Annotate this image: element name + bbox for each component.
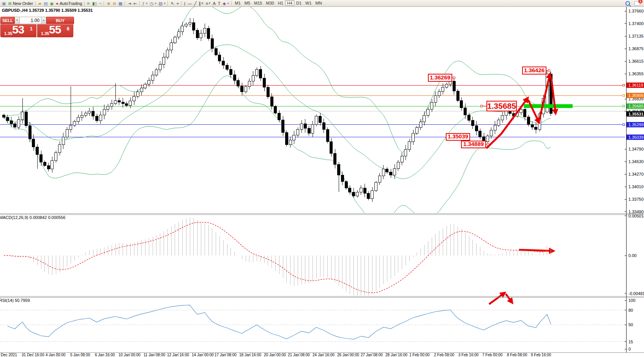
candle <box>274 106 277 113</box>
horizontal-line-button[interactable]: — <box>186 0 193 6</box>
buy-price-display[interactable]: 1.35 55 6 <box>37 24 73 37</box>
bollinger-upper <box>4 4 551 152</box>
line-chart-button[interactable]: ~ <box>98 0 103 6</box>
equidistant-channel-sub-label: E <box>202 2 204 5</box>
chart-shift-button[interactable]: ⇤ <box>133 0 138 6</box>
vertical-line-button[interactable]: | <box>183 0 186 6</box>
timeframe-m1-button[interactable]: M1 <box>233 1 243 5</box>
label-anchor-handle[interactable] <box>548 70 550 71</box>
candle <box>338 164 340 175</box>
candle <box>282 120 284 132</box>
equidistant-channel-button[interactable]: ∥E <box>198 0 205 6</box>
candle <box>297 129 299 135</box>
timeframe-h1-button[interactable]: H1 <box>276 1 285 5</box>
time-axis-label: 20 Jan 00:00 <box>264 353 286 357</box>
candlestick-chart-button[interactable]: ▮▯ <box>91 0 98 6</box>
signals-button[interactable]: ◉ <box>49 0 55 6</box>
bars-chart-button[interactable]: ≡ <box>86 0 91 6</box>
zoom-in-button[interactable]: ⊕ <box>106 0 111 6</box>
candle <box>107 106 109 109</box>
search-icon[interactable] <box>625 1 630 6</box>
candle <box>508 111 511 113</box>
new-order-button[interactable]: ⊞New Order <box>7 0 34 6</box>
chart-window-button[interactable]: ▣ <box>1 0 7 6</box>
fibonacci-sub-label: F <box>209 2 210 5</box>
zoom-in-icon: ⊕ <box>107 1 110 6</box>
label-anchor-handle[interactable] <box>453 77 455 79</box>
time-axis-label: 18 Jan 16:00 <box>239 353 261 357</box>
zoom-out-icon: ⊖ <box>113 1 116 6</box>
text-button[interactable]: A <box>212 0 216 6</box>
volume-up-button[interactable]: ▲ <box>41 17 46 24</box>
data-window-button[interactable]: ▤ <box>43 0 49 6</box>
crosshair-button[interactable]: + <box>175 0 180 6</box>
indicators-button[interactable]: ƒ▾ <box>141 0 149 6</box>
axis-tick-label: 0.00 <box>628 253 636 258</box>
timeframe-d1-button[interactable]: D1 <box>294 1 303 5</box>
time-axis-layer[interactable]: Dec 202131 Dec 16:004 Jan 00:005 Jan 08:… <box>1 353 551 357</box>
auto-scroll-icon: ⇥ <box>128 1 131 6</box>
time-axis-label: 1 Feb 00:00 <box>409 353 430 357</box>
text-label-button[interactable]: T <box>217 0 222 6</box>
toolbar-separator <box>104 1 104 6</box>
candle <box>77 117 80 122</box>
hline-handle[interactable] <box>623 84 625 86</box>
price-axis-layer[interactable]: 1.376601.374001.371351.368751.366151.363… <box>625 9 644 351</box>
timeframe-m15-button[interactable]: M15 <box>252 1 264 5</box>
timeframe-w1-button[interactable]: W1 <box>303 1 314 5</box>
sell-price-pips: 53 <box>12 23 24 36</box>
candle <box>114 101 117 104</box>
candle <box>304 124 306 129</box>
tile-windows-button[interactable]: ▦ <box>117 0 123 6</box>
timeframe-h4-button[interactable]: H4 <box>285 0 294 6</box>
candle <box>501 116 504 120</box>
label-anchor-handle[interactable] <box>487 144 489 146</box>
periods-button[interactable]: ◷▾ <box>148 0 157 6</box>
hline-handle[interactable] <box>623 105 625 107</box>
notifications-icon[interactable]: 1 <box>635 1 640 6</box>
autotrading-button[interactable]: ●AutoTrading <box>55 0 83 6</box>
candle <box>445 84 448 87</box>
candle <box>21 112 24 120</box>
time-axis-label: 27 Jan 08:00 <box>361 353 383 357</box>
hline-handle[interactable] <box>623 95 625 97</box>
candle <box>166 50 169 57</box>
candle <box>315 116 318 125</box>
rsi-up-arrow[interactable] <box>489 293 504 304</box>
arrows-button[interactable]: ◈▾ <box>222 0 230 6</box>
line-chart-icon: ~ <box>99 1 101 6</box>
chart-canvas[interactable]: 1.362691.364261.356851.350391.348891.376… <box>0 0 644 357</box>
time-axis-label: Dec 2021 <box>1 353 17 357</box>
price-annotation-text: 1.35685 <box>487 102 516 110</box>
cursor-button[interactable]: ↖ <box>169 0 175 6</box>
timeframe-m30-button[interactable]: M30 <box>264 1 276 5</box>
price-annotation-text: 1.36426 <box>524 67 545 73</box>
templates-button[interactable]: ▧▾ <box>158 0 167 6</box>
label-anchor-handle[interactable] <box>481 105 483 107</box>
candle <box>110 103 113 106</box>
timeframe-m5-button[interactable]: M5 <box>243 1 252 5</box>
sell-price-display[interactable]: 1.35 53 1 <box>0 24 36 37</box>
zoom-out-button[interactable]: ⊖ <box>112 0 117 6</box>
candle <box>404 150 407 156</box>
fibonacci-button[interactable]: ≡F <box>205 0 212 6</box>
candle <box>241 86 243 92</box>
time-axis-label: 8 Feb 08:00 <box>507 353 527 357</box>
rsi-down-arrow[interactable] <box>506 294 512 302</box>
templates-icon: ▧ <box>159 1 163 6</box>
candle <box>490 130 492 136</box>
trendline-button[interactable]: ╱ <box>193 0 198 6</box>
candle <box>103 109 106 115</box>
auto-scroll-button[interactable]: ⇥ <box>126 0 132 6</box>
candle <box>215 49 217 55</box>
candle <box>375 182 377 191</box>
toolbar-separator <box>167 1 168 6</box>
candle <box>352 192 355 196</box>
market-watch-button[interactable]: ▰ <box>37 0 43 6</box>
hline-handle[interactable] <box>623 124 625 125</box>
bollinger-lower <box>4 76 551 223</box>
timeframe-mn-button[interactable]: MN <box>314 1 324 5</box>
candle <box>66 129 68 137</box>
candle <box>434 96 437 103</box>
candle <box>278 113 281 120</box>
